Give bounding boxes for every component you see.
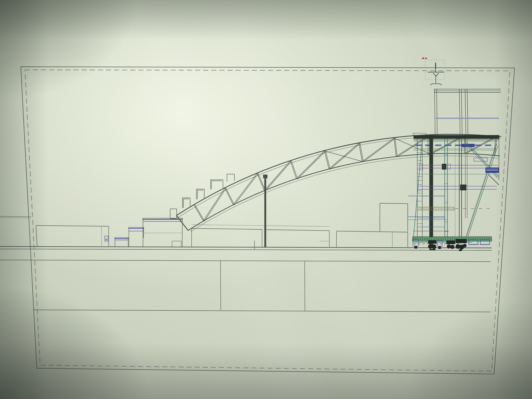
platform-rect-a (192, 228, 262, 247)
floor-lines (408, 164, 498, 231)
wheel (450, 245, 455, 249)
roof-structure (408, 89, 501, 251)
monitor-photo (0, 0, 532, 399)
upper-blue-row (413, 144, 496, 151)
base-rail-and-bogies (412, 236, 492, 251)
cad-canvas[interactable] (0, 0, 532, 399)
platform-rect-c (336, 231, 408, 247)
red-tick (422, 57, 424, 59)
wheel (463, 244, 467, 247)
survey-pole (254, 175, 267, 249)
step-block-small (114, 238, 129, 247)
bearing-post (170, 209, 177, 219)
left-margin-lines (0, 216, 31, 218)
truss-top-chord (177, 134, 501, 218)
leaning-edge (413, 139, 422, 237)
red-tick (425, 57, 427, 59)
marker-extents-box (425, 60, 445, 80)
lower-band (34, 261, 490, 312)
deck-lines (0, 247, 492, 262)
tall-box (380, 203, 408, 232)
platform-rect-b (265, 230, 329, 247)
step-blocks (114, 209, 183, 247)
wheel (447, 244, 451, 248)
cad-drawing (0, 0, 532, 399)
section-marker (422, 57, 445, 85)
marker-symbol-icon (428, 63, 444, 85)
wheel (432, 244, 436, 249)
sheet-outline (21, 67, 514, 374)
step-block-large (143, 218, 183, 247)
left-platform-rect (36, 226, 109, 247)
olive-band (417, 207, 454, 210)
top-frames (434, 89, 501, 135)
step-block-mid (128, 227, 144, 247)
sheet-dashed-border (25, 70, 510, 371)
